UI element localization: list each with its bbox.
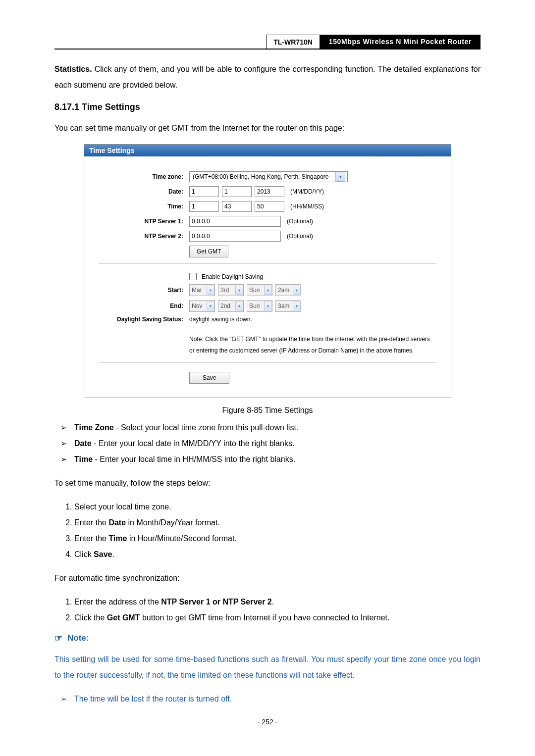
enable-ds-checkbox[interactable]	[189, 273, 197, 280]
list-item: Select your local time zone.	[74, 499, 481, 515]
chevron-down-icon: ▾	[207, 302, 214, 310]
get-gmt-button[interactable]: Get GMT	[189, 246, 228, 257]
chevron-down-icon: ▾	[264, 286, 272, 295]
time-hint: (HH/MM/SS)	[290, 203, 324, 210]
pointer-icon: ☞	[54, 633, 62, 644]
timezone-select[interactable]: (GMT+08:00) Beijing, Hong Kong, Perth, S…	[189, 171, 348, 182]
list-item: Click Save.	[74, 547, 481, 562]
label-timezone: Time zone:	[89, 173, 189, 180]
chevron-down-icon: ▾	[293, 302, 301, 310]
note-heading: ☞ Note:	[54, 633, 481, 644]
divider	[99, 362, 436, 363]
page-number: - 252 -	[54, 718, 481, 726]
label-end: End:	[89, 302, 189, 309]
chevron-down-icon: ▾	[335, 172, 345, 182]
panel-title: Time Settings	[84, 145, 451, 156]
section-intro: You can set time manually or get GMT fro…	[54, 120, 481, 136]
start-day-select[interactable]: Sun▾	[247, 284, 272, 296]
time-hour-input[interactable]	[189, 201, 219, 212]
ntp2-hint: (Optional)	[287, 233, 313, 240]
list-item: Enter the Date in Month/Day/Year format.	[74, 515, 481, 531]
section-heading: 8.17.1 Time Settings	[54, 102, 481, 112]
manual-intro: To set time manually, follow the steps b…	[54, 475, 481, 491]
intro-paragraph: Statistics. Click any of them, and you w…	[54, 61, 481, 93]
end-day-select[interactable]: Sun▾	[247, 300, 272, 312]
list-item: Enter the address of the NTP Server 1 or…	[74, 594, 481, 610]
label-start: Start:	[89, 287, 189, 294]
end-week-select[interactable]: 2nd▾	[218, 300, 244, 312]
field-descriptions: Time Zone - Select your local time zone …	[54, 420, 481, 467]
label-ntp2: NTP Server 2:	[89, 233, 189, 240]
note-bullets: The time will be lost if the router is t…	[54, 691, 481, 707]
doc-header: TL-WR710N 150Mbps Wireless N Mini Pocket…	[54, 35, 481, 50]
list-item: Enter the Time in Hour/Minute/Second for…	[74, 531, 481, 547]
label-time: Time:	[89, 203, 189, 210]
end-hour-select[interactable]: 3am▾	[275, 300, 301, 312]
note-body: This setting will be used for some time-…	[54, 652, 481, 683]
end-month-select[interactable]: Nov▾	[189, 300, 215, 312]
screenshot-note: Note: Click the "GET GMT" to update the …	[189, 334, 441, 356]
list-item: Time Zone - Select your local time zone …	[74, 420, 481, 436]
label-ds-status: Daylight Saving Status:	[89, 316, 189, 323]
start-week-select[interactable]: 3rd▾	[218, 284, 244, 296]
manual-steps: Select your local time zone. Enter the D…	[54, 499, 481, 562]
chevron-down-icon: ▾	[235, 302, 243, 310]
chevron-down-icon: ▾	[235, 286, 243, 295]
list-item: Time - Enter your local time in HH/MM/SS…	[74, 452, 481, 467]
figure-caption: Figure 8-85 Time Settings	[54, 406, 481, 415]
start-month-select[interactable]: Mar▾	[189, 284, 215, 296]
chevron-down-icon: ▾	[264, 302, 272, 310]
ntp1-input[interactable]	[189, 216, 281, 227]
chevron-down-icon: ▾	[293, 286, 301, 295]
ds-status-text: daylight saving is down.	[189, 316, 252, 323]
date-year-input[interactable]	[255, 186, 284, 197]
auto-steps: Enter the address of the NTP Server 1 or…	[54, 594, 481, 626]
start-hour-select[interactable]: 2am▾	[275, 284, 301, 296]
time-min-input[interactable]	[222, 201, 252, 212]
ntp2-input[interactable]	[189, 231, 281, 242]
enable-ds-label: Enable Daylight Saving	[202, 273, 263, 280]
save-button[interactable]: Save	[189, 372, 229, 384]
divider	[99, 263, 436, 264]
list-item: Date - Enter your local date in MM/DD/YY…	[74, 436, 481, 452]
date-day-input[interactable]	[222, 186, 252, 197]
list-item: Click the Get GMT button to get GMT time…	[74, 610, 481, 626]
chevron-down-icon: ▾	[207, 286, 214, 295]
auto-intro: For automatic time synchronization:	[54, 570, 481, 586]
date-hint: (MM/DD/YY)	[290, 188, 324, 195]
ntp1-hint: (Optional)	[287, 218, 313, 225]
label-date: Date:	[89, 188, 189, 195]
time-settings-screenshot: Time Settings Time zone: (GMT+08:00) Bei…	[84, 144, 451, 398]
model-code: TL-WR710N	[266, 35, 320, 49]
time-sec-input[interactable]	[255, 201, 284, 212]
label-ntp1: NTP Server 1:	[89, 218, 189, 225]
list-item: The time will be lost if the router is t…	[74, 691, 481, 707]
date-month-input[interactable]	[189, 186, 219, 197]
product-title: 150Mbps Wireless N Mini Pocket Router	[320, 35, 481, 49]
